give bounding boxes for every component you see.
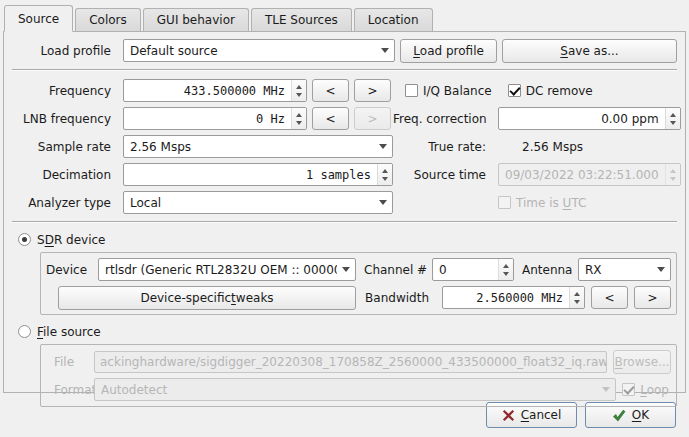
source-time-spinbox: 09/03/2022 03:22:51.000 xyxy=(498,163,681,186)
load-profile-button[interactable]: Load profile xyxy=(400,39,497,63)
analyzer-type-select[interactable]: Local xyxy=(123,191,393,214)
device-label: Device xyxy=(46,263,92,277)
chevron-down-icon xyxy=(381,48,389,53)
arrow-down-icon xyxy=(296,93,302,97)
channel-spinbox[interactable]: 0 xyxy=(432,258,514,281)
file-label: File xyxy=(46,355,88,369)
arrow-down-icon xyxy=(574,300,580,304)
browse-button: Browse... xyxy=(613,350,671,374)
frequency-label: Frequency xyxy=(12,84,118,98)
arrow-down-icon xyxy=(382,177,388,181)
source-time-spinner xyxy=(665,164,680,185)
lnb-step-down-button[interactable]: < xyxy=(312,107,349,130)
profile-select[interactable]: Default source xyxy=(123,39,395,62)
analyzer-type-label: Analyzer type xyxy=(12,196,118,210)
file-path-field: ackinghardware/sigdigger_20220308_170858… xyxy=(94,351,607,373)
checkbox-checked-icon xyxy=(508,84,521,97)
source-tab-panel: Load profile Default source Load profile… xyxy=(3,31,686,393)
frequency-step-up-button[interactable]: > xyxy=(354,79,391,102)
lnb-step-up-button: > xyxy=(354,107,391,130)
save-as-button[interactable]: Save as... xyxy=(502,39,677,63)
arrow-up-icon xyxy=(382,169,388,173)
settings-grid: Frequency 433.500000 MHz < > LNB frequen… xyxy=(12,79,677,214)
arrow-down-icon xyxy=(670,121,676,125)
arrow-up-icon xyxy=(670,113,676,117)
arrow-down-icon xyxy=(503,272,509,276)
arrow-up-icon xyxy=(574,292,580,296)
device-select[interactable]: rtlsdr (Generic RTL2832U OEM :: 00000001… xyxy=(98,258,356,281)
tab-tle-sources[interactable]: TLE Sources xyxy=(251,8,352,31)
chevron-down-icon xyxy=(342,267,350,272)
arrow-down-icon xyxy=(670,177,676,181)
time-is-utc-checkbox: Time is UTC xyxy=(498,196,586,210)
sdr-device-radio[interactable]: SDR device xyxy=(18,231,677,248)
arrow-up-icon xyxy=(296,85,302,89)
sample-rate-select[interactable]: 2.56 Msps xyxy=(123,135,393,158)
radio-selected-icon xyxy=(18,233,31,246)
tab-gui-behavior[interactable]: GUI behavior xyxy=(143,8,249,31)
sample-rate-row: Sample rate 2.56 Msps xyxy=(12,135,393,158)
bandwidth-spinner[interactable] xyxy=(569,287,584,308)
decimation-spinner[interactable] xyxy=(377,164,392,185)
channel-spinner[interactable] xyxy=(498,259,513,280)
antenna-label: Antenna xyxy=(520,263,572,277)
true-rate-value: 2.56 Msps xyxy=(522,140,583,154)
iq-balance-checkbox[interactable]: I/Q Balance xyxy=(405,84,492,98)
arrow-down-icon xyxy=(296,121,302,125)
true-rate-label: True rate: xyxy=(393,140,493,154)
bandwidth-step-up-button[interactable]: > xyxy=(634,286,671,309)
radio-unselected-icon xyxy=(18,325,31,338)
freq-correction-spinner[interactable] xyxy=(665,108,680,129)
dc-remove-checkbox[interactable]: DC remove xyxy=(508,84,593,98)
lnb-spinner[interactable] xyxy=(291,108,306,129)
device-row: Device rtlsdr (Generic RTL2832U OEM :: 0… xyxy=(46,258,671,281)
frequency-row: Frequency 433.500000 MHz < > xyxy=(12,79,393,102)
freq-correction-row: Freq. correction 0.00 ppm xyxy=(393,107,681,130)
tab-colors[interactable]: Colors xyxy=(75,8,141,31)
chevron-down-icon xyxy=(379,144,387,149)
frequency-spinbox[interactable]: 433.500000 MHz xyxy=(123,79,307,102)
arrow-up-icon xyxy=(670,169,676,173)
file-source-group: File ackinghardware/sigdigger_20220308_1… xyxy=(40,344,677,407)
source-config-dialog: Source Colors GUI behavior TLE Sources L… xyxy=(0,0,689,428)
file-source-radio[interactable]: File source xyxy=(18,323,677,340)
source-time-row: Source time 09/03/2022 03:22:51.000 xyxy=(393,163,681,186)
source-time-label: Source time xyxy=(393,168,493,182)
device-tweaks-button[interactable]: Device-specific tweaks xyxy=(58,286,356,310)
freq-correction-spinbox[interactable]: 0.00 ppm xyxy=(498,107,681,130)
format-label: Format xyxy=(46,383,88,397)
separator xyxy=(12,69,677,71)
file-row: File ackinghardware/sigdigger_20220308_1… xyxy=(46,350,671,373)
load-profile-row: Load profile Default source Load profile… xyxy=(12,39,677,62)
analyzer-type-row: Analyzer type Local xyxy=(12,191,393,214)
checkbox-checked-icon xyxy=(622,383,635,396)
cancel-x-icon xyxy=(502,409,515,422)
load-profile-label: Load profile xyxy=(12,44,118,58)
chevron-down-icon xyxy=(602,387,610,392)
tab-location[interactable]: Location xyxy=(354,8,433,31)
bandwidth-spinbox[interactable]: 2.560000 MHz xyxy=(442,286,585,309)
tab-bar: Source Colors GUI behavior TLE Sources L… xyxy=(0,0,689,31)
loop-checkbox: Loop xyxy=(622,383,669,397)
sdr-device-group: Device rtlsdr (Generic RTL2832U OEM :: 0… xyxy=(40,252,677,315)
tab-source[interactable]: Source xyxy=(4,5,73,32)
antenna-select[interactable]: RX xyxy=(578,258,671,281)
arrow-up-icon xyxy=(296,113,302,117)
decimation-spinbox[interactable]: 1 samples xyxy=(123,163,393,186)
sample-rate-label: Sample rate xyxy=(12,140,118,154)
time-utc-row: Time is UTC xyxy=(393,191,681,214)
lnb-frequency-spinbox[interactable]: 0 Hz xyxy=(123,107,307,130)
separator xyxy=(12,221,677,223)
frequency-spinner[interactable] xyxy=(291,80,306,101)
true-rate-row: True rate: 2.56 Msps xyxy=(393,135,681,158)
chevron-down-icon xyxy=(657,267,665,272)
lnb-frequency-label: LNB frequency xyxy=(12,112,118,126)
chevron-down-icon xyxy=(379,200,387,205)
ok-check-icon xyxy=(612,409,626,422)
checkbox-unchecked-icon xyxy=(498,196,511,209)
lnb-frequency-row: LNB frequency 0 Hz < > xyxy=(12,107,393,130)
arrow-up-icon xyxy=(503,264,509,268)
bandwidth-step-down-button[interactable]: < xyxy=(591,286,628,309)
frequency-step-down-button[interactable]: < xyxy=(312,79,349,102)
decimation-label: Decimation xyxy=(12,168,118,182)
